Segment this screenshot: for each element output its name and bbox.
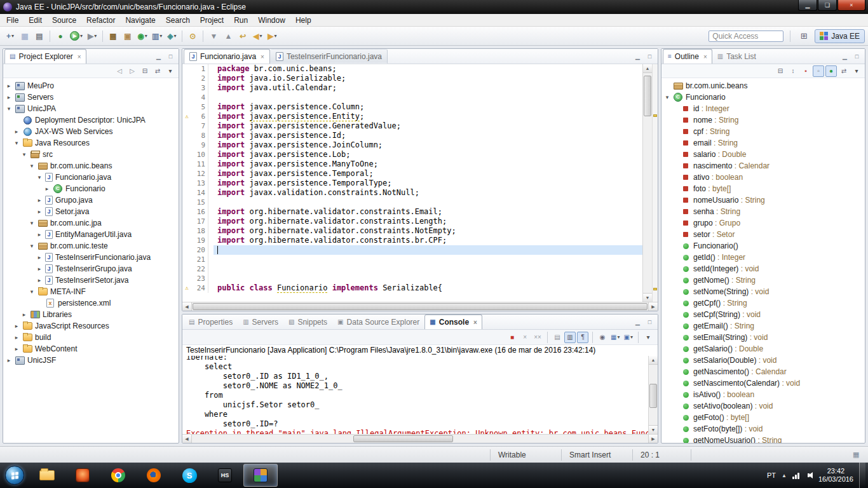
forward-button[interactable]: ▷ xyxy=(126,65,138,77)
outline-row[interactable]: nascimento : Calendar xyxy=(661,160,865,172)
scrollbar-thumb[interactable] xyxy=(353,435,453,442)
debug-button[interactable]: ● xyxy=(53,29,67,43)
minimize-view-icon[interactable]: ▁ xyxy=(632,318,643,327)
hide-fields-button[interactable]: ▪ xyxy=(800,65,811,77)
outline-row[interactable]: nome : String xyxy=(661,114,865,126)
console-error-line[interactable]: Exception in thread "main" java.lang.Ill… xyxy=(186,429,648,434)
pe-row[interactable]: Deployment Descriptor: UnicJPA xyxy=(3,114,179,126)
taskbar-heidisql-button[interactable]: HS xyxy=(208,464,242,487)
link-with-editor-button[interactable]: ⇄ xyxy=(838,65,850,77)
link-with-editor-button[interactable]: ⇄ xyxy=(152,65,163,77)
pe-row[interactable]: ▸EntityManagerUtil.java xyxy=(3,229,179,240)
pe-row[interactable]: ▸Libraries xyxy=(3,309,179,320)
pe-row[interactable]: ▸UnicJSF xyxy=(3,355,179,366)
terminate-button[interactable]: ■ xyxy=(506,332,518,343)
new-java-project-button[interactable]: ▩ xyxy=(106,29,120,43)
menu-source[interactable]: Source xyxy=(47,15,81,26)
warning-tick-icon[interactable] xyxy=(653,114,657,117)
menu-search[interactable]: Search xyxy=(161,15,195,26)
outline-row[interactable]: ▾Funcionario xyxy=(661,92,865,103)
editor-tab[interactable]: Funcionario.java× xyxy=(184,49,270,64)
editor-line-17[interactable]: 17import org.hibernate.validator.constra… xyxy=(182,217,642,226)
editor-line-22[interactable]: 22 xyxy=(182,264,642,274)
outline-row[interactable]: setNascimento(Calendar) : void xyxy=(661,377,865,389)
scroll-down-icon[interactable]: ▼ xyxy=(643,293,652,302)
tab-snippets[interactable]: ▧Snippets xyxy=(283,315,332,329)
forward-button[interactable]: ▶▾ xyxy=(265,29,279,43)
back-button[interactable]: ◀▾ xyxy=(250,29,264,43)
taskbar-eclipse-button[interactable] xyxy=(243,464,278,487)
hide-non-public-members-button[interactable]: ● xyxy=(825,65,837,77)
expand-arrow-icon[interactable]: ▸ xyxy=(13,346,20,352)
close-icon[interactable]: × xyxy=(703,53,707,60)
volume-icon[interactable] xyxy=(805,472,813,478)
back-button[interactable]: ◁ xyxy=(114,65,125,77)
scroll-left-icon[interactable]: ◀ xyxy=(182,302,192,311)
expand-arrow-icon[interactable]: ▸ xyxy=(36,277,43,283)
remove-launch-button[interactable]: × xyxy=(519,332,531,343)
editor-horizontal-scrollbar[interactable]: ◀ ▶ xyxy=(182,302,658,311)
pe-row[interactable]: ▾Funcionario.java xyxy=(3,172,179,183)
editor-line-1[interactable]: 1package br.com.unic.beans; xyxy=(182,64,642,74)
pe-row[interactable]: ▸Servers xyxy=(3,92,179,103)
outline-row[interactable]: getSalario() : Double xyxy=(661,343,865,355)
last-edit-location-button[interactable]: ↩ xyxy=(236,29,250,43)
minimize-view-icon[interactable]: ▁ xyxy=(632,52,643,61)
editor-line-10[interactable]: 10import javax.persistence.Lob; xyxy=(182,150,642,159)
maximize-button[interactable]: ❏ xyxy=(818,0,837,11)
new-web-service-button[interactable]: ◈▾ xyxy=(165,29,179,43)
network-icon[interactable] xyxy=(792,472,799,479)
scrollbar-thumb[interactable] xyxy=(644,76,651,116)
scroll-up-icon[interactable]: ▲ xyxy=(643,64,652,73)
menu-run[interactable]: Run xyxy=(229,15,253,26)
clear-console-button[interactable]: ▤ xyxy=(552,332,563,343)
collapse-arrow-icon[interactable]: ▾ xyxy=(664,94,670,100)
taskbar-windows-explorer-button[interactable] xyxy=(30,464,64,487)
quick-access-input[interactable]: Quick Access xyxy=(709,30,783,42)
minimize-view-icon[interactable]: ▁ xyxy=(153,52,164,61)
pe-row[interactable]: ▸build xyxy=(3,332,179,343)
pe-row[interactable]: ▾Java Resources xyxy=(3,137,179,149)
open-perspective-button[interactable]: ⊞ xyxy=(797,29,811,43)
editor-line-16[interactable]: 16import org.hibernate.validator.constra… xyxy=(182,207,642,217)
pin-console-button[interactable]: ◉ xyxy=(597,332,608,343)
editor-line-20[interactable]: 20 xyxy=(182,245,642,255)
scrollbar-thumb[interactable] xyxy=(193,303,648,310)
tab-outline[interactable]: ≡ Outline × xyxy=(663,49,712,64)
outline-row[interactable]: getId() : Integer xyxy=(661,252,865,263)
collapse-all-button[interactable]: ⊟ xyxy=(139,65,151,77)
window-titlebar[interactable]: Java EE - UnicJPA/src/br/com/unic/beans/… xyxy=(0,0,868,14)
word-wrap-button[interactable]: ¶ xyxy=(577,332,588,343)
editor-line-4[interactable]: 4 xyxy=(182,93,642,102)
outline-row[interactable]: salario : Double xyxy=(661,149,865,160)
run-button[interactable]: ▶▾ xyxy=(68,29,85,43)
show-hidden-icons-button[interactable]: ▲ xyxy=(782,473,787,478)
editor-line-3[interactable]: 3import java.util.Calendar; xyxy=(182,83,642,93)
pe-row[interactable]: ▸Setor.java xyxy=(3,206,179,217)
outline-row[interactable]: setId(Integer) : void xyxy=(661,263,865,274)
tab-properties[interactable]: ▤Properties xyxy=(184,315,238,329)
editor-line-13[interactable]: 13import javax.persistence.TemporalType; xyxy=(182,179,642,188)
close-button[interactable]: × xyxy=(837,0,865,11)
java-ee-perspective-button[interactable]: Java EE xyxy=(815,29,865,43)
scroll-left-icon[interactable]: ◀ xyxy=(182,435,192,443)
pe-row[interactable]: ▾br.com.unic.jpa xyxy=(3,217,179,229)
outline-row[interactable]: getEmail() : String xyxy=(661,320,865,332)
pe-row[interactable]: ▾br.com.unic.teste xyxy=(3,240,179,252)
scroll-lock-button[interactable]: ▥ xyxy=(564,332,576,343)
show-desktop-button[interactable] xyxy=(859,463,865,488)
hide-static-members-button[interactable]: ▫ xyxy=(813,65,824,77)
new-package-button[interactable]: ▣ xyxy=(121,29,135,43)
outline-row[interactable]: grupo : Grupo xyxy=(661,217,865,229)
editor-line-14[interactable]: 14import javax.validation.constraints.No… xyxy=(182,188,642,198)
display-selected-console-button[interactable]: ▦▾ xyxy=(609,332,621,343)
close-icon[interactable]: × xyxy=(261,53,264,60)
expand-arrow-icon[interactable]: ▸ xyxy=(44,186,50,192)
maximize-view-icon[interactable]: □ xyxy=(644,52,655,61)
outline-row[interactable]: setAtivo(boolean) : void xyxy=(661,400,865,412)
minimize-view-icon[interactable]: ▁ xyxy=(839,52,850,61)
expand-arrow-icon[interactable]: ▸ xyxy=(36,197,43,203)
pe-row[interactable]: ▸TesteInserirSetor.java xyxy=(3,274,179,286)
editor-line-21[interactable]: 21 xyxy=(182,255,642,264)
expand-arrow-icon[interactable]: ▸ xyxy=(36,266,43,272)
